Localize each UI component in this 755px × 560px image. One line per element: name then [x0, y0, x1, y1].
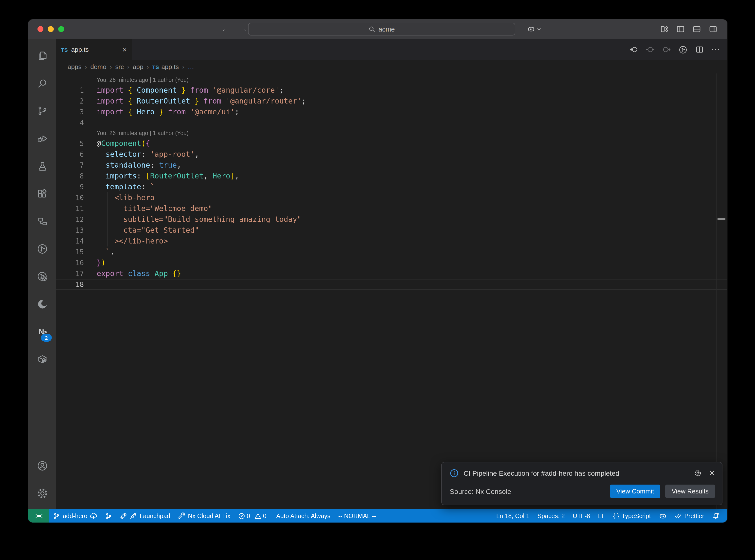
command-center-search[interactable]: acme	[248, 23, 515, 36]
copilot-icon	[659, 512, 667, 520]
code-line-17[interactable]: 17export class App {}	[56, 268, 728, 279]
code-line-10[interactable]: 10 <lib-hero	[56, 192, 728, 203]
breadcrumb-item-apps[interactable]: apps	[67, 63, 81, 71]
activity-item-edge-browser[interactable]	[28, 291, 56, 318]
line-number: 5	[56, 138, 84, 149]
breadcrumb-item-demo[interactable]: demo	[90, 63, 106, 71]
breadcrumb-file[interactable]: TSapp.ts	[152, 63, 179, 71]
nx-graph-small-icon[interactable]	[679, 45, 688, 54]
status-eol[interactable]: LF	[594, 509, 609, 522]
close-tab-icon[interactable]: ×	[122, 46, 127, 53]
code-line-7[interactable]: 7 standalone: true,	[56, 160, 728, 171]
copilot-menu[interactable]	[527, 19, 541, 39]
line-number: 17	[56, 268, 84, 279]
code-line-11[interactable]: 11 title="Welcmoe demo"	[56, 203, 728, 214]
activity-item-testing[interactable]	[28, 152, 56, 180]
code-line-9[interactable]: 9 template: `	[56, 181, 728, 192]
activity-item-containers[interactable]	[28, 345, 56, 373]
line-content: @Component({	[84, 138, 150, 149]
tab-app-ts[interactable]: TS app.ts ×	[56, 39, 132, 60]
breadcrumb-item-src[interactable]: src	[115, 63, 124, 71]
activity-item-explorer[interactable]	[28, 42, 56, 69]
status-language-mode[interactable]: { }TypeScript	[609, 509, 655, 522]
status-formatter[interactable]: Prettier	[671, 509, 708, 522]
activity-item-nx-console[interactable]: N>2	[28, 318, 56, 345]
activity-item-nx-project-graph[interactable]	[28, 235, 56, 263]
code-line-14[interactable]: 14 ></lib-hero>	[56, 236, 728, 246]
code-line-5[interactable]: 5@Component({	[56, 138, 728, 149]
activity-item-remote-explorer[interactable]	[28, 207, 56, 235]
status-cursor-position[interactable]: Ln 18, Col 1	[492, 509, 534, 522]
arrow-forward-icon[interactable]: →	[239, 24, 247, 34]
line-number: 1	[56, 85, 84, 96]
status-encoding[interactable]: UTF-8	[569, 509, 594, 522]
code-line-6[interactable]: 6 selector: 'app-root',	[56, 149, 728, 160]
bell-dot-icon	[712, 512, 719, 520]
status-notifications-bell[interactable]	[708, 509, 723, 522]
split-editor-icon[interactable]	[695, 45, 704, 54]
status-nx-cloud-ai-fix[interactable]: Nx Cloud AI Fix	[174, 509, 234, 522]
line-content: })	[84, 257, 105, 268]
braces-icon: { }	[613, 513, 619, 519]
status-scm-graph[interactable]	[101, 509, 116, 522]
more-actions-icon[interactable]: ···	[712, 45, 720, 54]
activity-item-source-control[interactable]	[28, 97, 56, 125]
status-vim-mode[interactable]: -- NORMAL --	[334, 509, 380, 522]
editor-actions: ···	[630, 39, 720, 60]
code-line-4[interactable]: 4	[56, 117, 728, 128]
status-remote-indicator[interactable]: ><	[28, 509, 49, 522]
status-auto-attach[interactable]: Auto Attach: Always	[272, 509, 334, 522]
window-minimize-button[interactable]	[48, 26, 54, 32]
breadcrumb-more[interactable]: …	[187, 63, 194, 71]
circle-ends-icon[interactable]	[646, 45, 654, 54]
line-content	[84, 279, 97, 290]
toggle-primary-sidebar-icon[interactable]	[676, 25, 685, 34]
code-line-13[interactable]: 13 cta="Get Started"	[56, 225, 728, 236]
view-results-button[interactable]: View Results	[665, 485, 715, 498]
activity-item-search[interactable]	[28, 69, 56, 97]
code-lines: You, 26 minutes ago | 1 author (You)1imp…	[56, 75, 728, 290]
line-content: import { RouterOutlet } from '@angular/r…	[84, 96, 306, 106]
status-launchpad[interactable]: Launchpad	[116, 509, 174, 522]
activity-item-run-debug[interactable]	[28, 125, 56, 152]
breadcrumb[interactable]: apps›demo›src›app›TSapp.ts›…	[56, 60, 728, 74]
activity-item-settings-gear[interactable]	[28, 480, 56, 507]
code-line-2[interactable]: 2import { RouterOutlet } from '@angular/…	[56, 96, 728, 106]
activity-bar: N>2	[28, 39, 56, 509]
status-branch[interactable]: add-hero	[49, 509, 101, 522]
extensions-icon	[36, 188, 48, 200]
window-close-button[interactable]	[38, 26, 43, 32]
activity-item-accounts[interactable]	[28, 452, 56, 480]
notification-source: Source: Nx Console	[450, 487, 511, 495]
window-controls	[38, 19, 64, 39]
status-indentation[interactable]: Spaces: 2	[533, 509, 569, 522]
code-editor[interactable]: You, 26 minutes ago | 1 author (You)1imp…	[56, 74, 728, 509]
nav-forward-circle-icon[interactable]	[662, 45, 671, 54]
code-line-18[interactable]: 18	[56, 279, 728, 290]
view-commit-button[interactable]: View Commit	[610, 485, 660, 498]
code-line-1[interactable]: 1import { Component } from '@angular/cor…	[56, 85, 728, 96]
activity-item-extensions[interactable]	[28, 180, 56, 207]
window-zoom-button[interactable]	[58, 26, 64, 32]
gear-small-icon[interactable]	[694, 469, 702, 477]
code-line-16[interactable]: 16})	[56, 257, 728, 268]
code-line-12[interactable]: 12 subtitle="Build something amazing tod…	[56, 214, 728, 225]
toggle-panel-icon[interactable]	[692, 25, 701, 34]
code-line-3[interactable]: 3import { Hero } from '@acme/ui';	[56, 106, 728, 117]
copilot-icon[interactable]	[527, 25, 535, 33]
arrow-back-icon[interactable]: ←	[221, 24, 230, 34]
notification-toast: CI Pipeline Execution for #add-hero has …	[441, 462, 722, 505]
nav-back-circle-icon[interactable]	[630, 45, 638, 54]
code-line-15[interactable]: 15 `,	[56, 246, 728, 257]
cloud-upload-icon	[90, 512, 97, 520]
breadcrumb-item-app[interactable]: app	[133, 63, 143, 71]
overview-ruler[interactable]	[716, 74, 717, 509]
chevron-down-icon[interactable]	[537, 27, 541, 32]
status-problems[interactable]: 00	[235, 509, 273, 522]
close-x-icon[interactable]: ✕	[709, 469, 715, 478]
toggle-secondary-sidebar-icon[interactable]	[709, 25, 717, 34]
customize-layout-icon[interactable]	[660, 25, 669, 34]
status-copilot-status[interactable]	[655, 509, 671, 522]
code-line-8[interactable]: 8 imports: [RouterOutlet, Hero],	[56, 171, 728, 181]
activity-item-nx-project-details[interactable]	[28, 263, 56, 291]
